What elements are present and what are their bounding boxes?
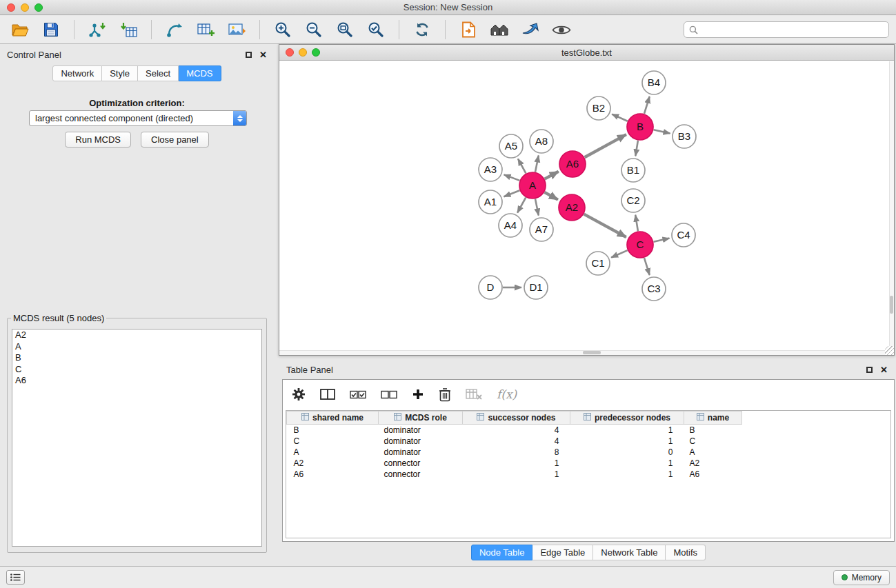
open-session-button[interactable] — [7, 18, 33, 41]
style-swoosh-button[interactable] — [517, 18, 544, 41]
graph-node-D[interactable]: D — [479, 276, 502, 299]
horizontal-scrollbar[interactable] — [279, 350, 885, 355]
graph-node-C4[interactable]: C4 — [672, 223, 695, 247]
graph-node-C2[interactable]: C2 — [621, 189, 645, 212]
delete-column-button[interactable] — [439, 387, 451, 402]
float-panel-icon[interactable] — [246, 52, 252, 58]
graph-edge-A-A4[interactable] — [517, 198, 526, 213]
graph-edge-A-A7[interactable] — [535, 199, 539, 216]
dropdown-stepper-icon[interactable] — [233, 111, 246, 125]
memory-button[interactable]: Memory — [833, 570, 890, 585]
add-column-button[interactable] — [412, 388, 424, 401]
graph-edge-C-C1[interactable] — [611, 250, 628, 257]
import-network-button[interactable] — [84, 18, 110, 41]
network-graph[interactable]: B4B2BB3A5A8A6B1A3AC2A1A2A4A7C4CC1C3DD1 — [279, 61, 894, 355]
zoom-window-button[interactable] — [34, 3, 43, 12]
graph-edge-A6-B[interactable] — [585, 134, 626, 157]
graph-edge-B-B1[interactable] — [635, 141, 638, 156]
optimization-select[interactable]: largest connected component (directed) — [29, 110, 247, 126]
column-header-successor-nodes[interactable]: successor nodes — [463, 412, 570, 425]
graph-edge-A-A8[interactable] — [535, 156, 539, 172]
graph-edge-A-A1[interactable] — [504, 190, 520, 196]
refresh-button[interactable] — [409, 18, 435, 41]
zoom-in-button[interactable] — [270, 18, 296, 41]
graph-edge-A-A5[interactable] — [518, 159, 526, 173]
zoom-out-button[interactable] — [301, 18, 327, 41]
close-window-button[interactable] — [7, 3, 15, 12]
tab-motifs[interactable]: Motifs — [666, 545, 706, 560]
minimize-window-button[interactable] — [21, 3, 29, 12]
graph-edge-A-A6[interactable] — [545, 172, 559, 179]
graph-node-C[interactable]: C — [627, 232, 653, 258]
column-header-predecessor-nodes[interactable]: predecessor nodes — [570, 412, 684, 425]
graph-node-A2[interactable]: A2 — [559, 194, 585, 221]
select-all-rows-button[interactable] — [350, 390, 366, 399]
mcds-result-list[interactable]: A2ABCA6 — [12, 329, 262, 547]
graph-node-B2[interactable]: B2 — [587, 97, 610, 120]
graph-node-D1[interactable]: D1 — [524, 276, 548, 299]
task-history-button[interactable] — [6, 570, 25, 585]
column-settings-button[interactable] — [320, 388, 335, 401]
new-table-button[interactable] — [192, 18, 219, 41]
table-settings-button[interactable] — [292, 387, 306, 401]
network-window-titlebar[interactable]: testGlobe.txt — [279, 45, 894, 61]
graph-node-A7[interactable]: A7 — [530, 218, 553, 241]
network-close-button[interactable] — [286, 48, 294, 57]
graph-node-A4[interactable]: A4 — [499, 214, 522, 237]
graph-node-B3[interactable]: B3 — [673, 125, 696, 148]
network-minimize-button[interactable] — [299, 48, 307, 57]
table-row[interactable]: Bdominator41B — [287, 425, 891, 436]
graph-node-B1[interactable]: B1 — [621, 159, 645, 182]
tab-mcds[interactable]: MCDS — [179, 65, 221, 81]
table-row[interactable]: A6connector11A6 — [287, 469, 891, 480]
zoom-fit-button[interactable] — [332, 18, 358, 41]
graph-node-A6[interactable]: A6 — [559, 151, 586, 177]
mcds-result-item[interactable]: A2 — [12, 330, 261, 341]
graph-node-C3[interactable]: C3 — [642, 277, 666, 301]
graph-edge-B-B4[interactable] — [644, 97, 650, 114]
home-button[interactable] — [486, 18, 512, 41]
graph-node-A[interactable]: A — [519, 172, 546, 199]
vertical-scrollbar[interactable] — [889, 61, 894, 346]
horizontal-scrollbar-thumb[interactable] — [583, 351, 601, 354]
tab-network-table[interactable]: Network Table — [593, 545, 666, 560]
table-row[interactable]: A2connector11A2 — [287, 458, 891, 469]
graph-node-B[interactable]: B — [627, 114, 653, 140]
graph-edge-C-C2[interactable] — [635, 215, 638, 232]
mcds-result-item[interactable]: B — [12, 352, 261, 364]
graph-edge-B-B2[interactable] — [612, 114, 628, 121]
mcds-result-item[interactable]: A — [12, 341, 261, 353]
import-table-button[interactable] — [115, 18, 141, 41]
graph-node-A1[interactable]: A1 — [479, 190, 502, 214]
delete-table-button[interactable] — [466, 389, 482, 400]
tab-node-table[interactable]: Node Table — [471, 545, 533, 560]
network-canvas[interactable]: B4B2BB3A5A8A6B1A3AC2A1A2A4A7C4CC1C3DD1 — [279, 61, 894, 355]
graph-edge-A2-C[interactable] — [584, 214, 626, 237]
graph-node-C1[interactable]: C1 — [586, 252, 610, 275]
float-table-panel-icon[interactable] — [866, 367, 873, 373]
mcds-result-item[interactable]: A6 — [12, 375, 261, 387]
table-row[interactable]: Adominator80A — [287, 447, 891, 458]
graph-edge-C-C3[interactable] — [644, 258, 650, 275]
graph-node-A3[interactable]: A3 — [479, 158, 502, 181]
save-session-button[interactable] — [38, 18, 64, 41]
run-mcds-button[interactable]: Run MCDS — [65, 132, 131, 148]
table-row[interactable]: Cdominator41C — [287, 436, 891, 447]
column-header-mcds-role[interactable]: MCDS role — [379, 412, 463, 425]
close-table-panel-icon[interactable]: ✕ — [880, 365, 888, 374]
mcds-result-item[interactable]: C — [12, 364, 261, 376]
tab-edge-table[interactable]: Edge Table — [532, 545, 593, 560]
close-panel-icon[interactable]: ✕ — [259, 50, 267, 59]
tab-network[interactable]: Network — [52, 65, 102, 81]
network-zoom-button[interactable] — [312, 48, 320, 57]
column-header-shared-name[interactable]: shared name — [287, 412, 379, 425]
graph-node-A8[interactable]: A8 — [530, 130, 553, 153]
graph-edge-B-B3[interactable] — [654, 130, 670, 133]
search-input[interactable] — [701, 25, 884, 35]
open-document-button[interactable] — [455, 18, 481, 41]
vertical-scrollbar-thumb[interactable] — [890, 296, 893, 314]
show-graphics-details-button[interactable] — [548, 18, 575, 41]
graph-edge-A-A2[interactable] — [544, 192, 558, 200]
graph-node-A5[interactable]: A5 — [499, 134, 523, 158]
function-builder-button[interactable]: f(x) — [497, 387, 517, 401]
